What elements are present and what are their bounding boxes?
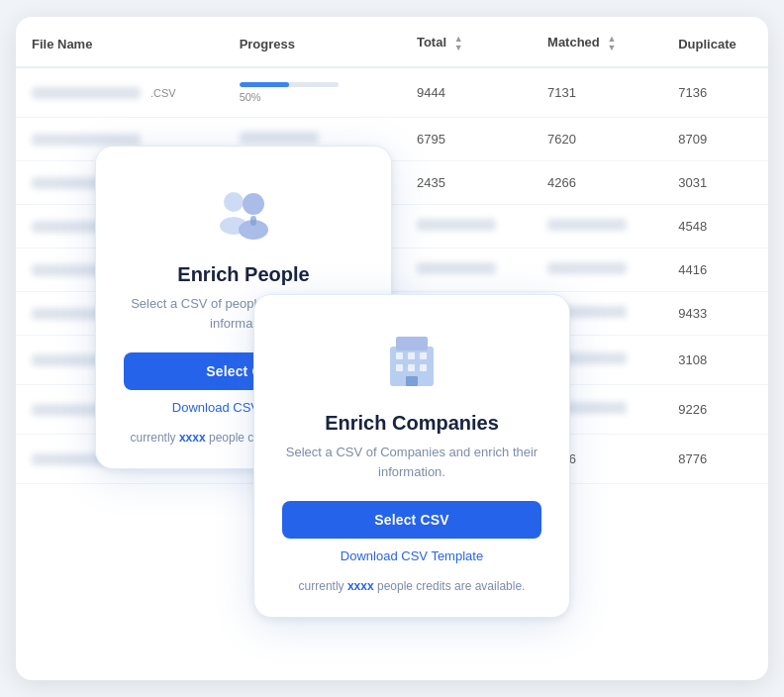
total-cell: [401, 249, 532, 292]
col-header-duplicate: Duplicate: [662, 17, 768, 67]
duplicate-cell: 8709: [662, 118, 768, 161]
duplicate-cell: 9226: [662, 385, 768, 435]
svg-rect-10: [396, 364, 403, 371]
matched-cell: [532, 205, 662, 249]
matched-cell: [532, 249, 662, 292]
blurred-matched: [547, 262, 627, 274]
duplicate-cell: 7136: [662, 67, 768, 118]
progress-bar-fill: [240, 82, 289, 87]
duplicate-cell: 9433: [662, 292, 768, 336]
duplicate-cell: 8776: [662, 435, 768, 484]
people-icon: [208, 178, 279, 249]
total-cell: 9444: [401, 67, 532, 118]
progress-cell: 50%: [224, 67, 401, 118]
enrich-companies-card: Enrich Companies Select a CSV of Compani…: [253, 294, 570, 618]
duplicate-cell: 4548: [662, 205, 768, 249]
enrich-companies-desc: Select a CSV of Companies and enrich the…: [282, 443, 541, 481]
duplicate-cell: 3031: [662, 161, 768, 205]
blurred-filename: [32, 87, 141, 99]
file-name-cell: .CSV: [16, 67, 224, 118]
total-cell: 2435: [401, 161, 532, 205]
col-header-progress: Progress: [224, 17, 401, 67]
table-row: .CSV50%944471317136: [16, 67, 768, 118]
svg-rect-6: [396, 337, 428, 350]
svg-rect-9: [420, 352, 427, 359]
matched-cell: 7620: [532, 118, 662, 161]
main-container: File Name Progress Total ▲▼ Matched ▲▼ D: [16, 17, 768, 680]
sort-icon-total: ▲▼: [454, 35, 463, 52]
col-header-matched[interactable]: Matched ▲▼: [532, 17, 662, 67]
svg-rect-8: [408, 352, 415, 359]
svg-rect-4: [250, 216, 256, 226]
enrich-people-title: Enrich People: [177, 263, 309, 286]
blurred-filename: [32, 134, 141, 146]
svg-rect-13: [406, 376, 418, 386]
blurred-progress: [240, 132, 319, 144]
svg-rect-7: [396, 352, 403, 359]
progress-label: 50%: [240, 91, 385, 103]
col-header-file-name: File Name: [16, 17, 224, 67]
enrich-companies-select-csv-button[interactable]: Select CSV: [282, 501, 541, 539]
enrich-companies-credits: currently xxxx people credits are availa…: [299, 579, 526, 593]
svg-rect-12: [420, 364, 427, 371]
blurred-total: [417, 262, 496, 274]
progress-bar-bg: [240, 82, 339, 87]
matched-cell: 4266: [532, 161, 662, 205]
sort-icon-matched: ▲▼: [607, 35, 616, 52]
duplicate-cell: 3108: [662, 336, 768, 385]
svg-point-2: [243, 193, 264, 215]
svg-point-0: [224, 192, 244, 212]
file-extension: .CSV: [150, 87, 176, 99]
companies-icon: [376, 327, 447, 398]
enrich-companies-title: Enrich Companies: [325, 412, 499, 435]
matched-cell: 7131: [532, 67, 662, 118]
col-header-total[interactable]: Total ▲▼: [401, 17, 532, 67]
duplicate-cell: 4416: [662, 249, 768, 292]
blurred-total: [417, 219, 496, 231]
total-cell: [401, 205, 532, 249]
blurred-matched: [547, 219, 627, 231]
svg-rect-11: [408, 364, 415, 371]
enrich-companies-download-link[interactable]: Download CSV Template: [341, 548, 483, 563]
total-cell: 6795: [401, 118, 532, 161]
